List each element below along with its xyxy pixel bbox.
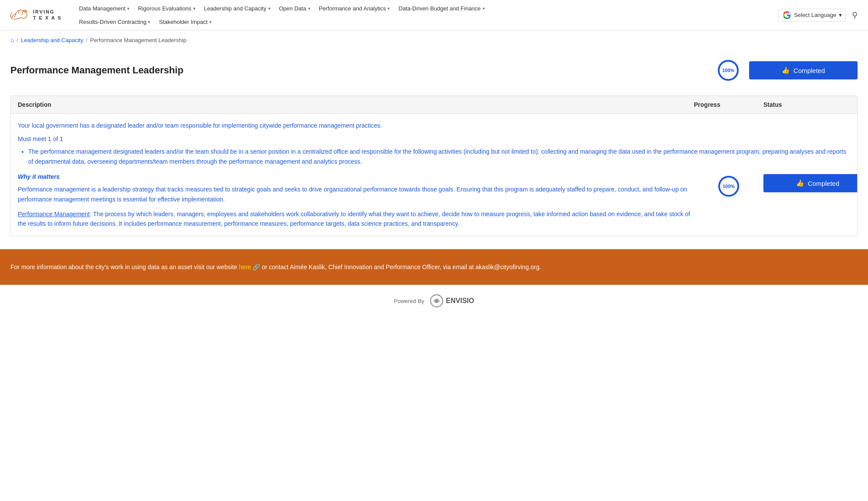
nav-bottom-row: Results-Driven Contracting ▾ Stakeholder… — [75, 15, 779, 29]
why-progress-cell: 100% — [694, 173, 763, 198]
breadcrumb-leadership[interactable]: Leadership and Capacity — [21, 37, 83, 43]
chevron-down-icon: ▾ — [148, 20, 150, 24]
footer-text-after: or contact Aimée Kaslik, Chief Innovatio… — [260, 264, 541, 270]
chevron-down-icon: ▾ — [388, 6, 390, 11]
envisio-icon — [430, 294, 444, 308]
chevron-down-icon: ▾ — [308, 6, 310, 11]
logo[interactable]: IRVING T E X A S — [9, 4, 62, 26]
progress-label: 100% — [722, 68, 734, 73]
svg-point-6 — [435, 300, 438, 302]
chevron-down-icon: ▾ — [193, 6, 195, 11]
breadcrumb-current: Performance Management Leadership — [90, 37, 187, 43]
site-header: IRVING T E X A S Data Management ▾ Rigor… — [0, 0, 868, 30]
nav-stakeholder-impact[interactable]: Stakeholder Impact ▾ — [155, 15, 216, 29]
content-table: Description Progress Status Your local g… — [10, 96, 858, 236]
nav-rigorous-evaluations[interactable]: Rigorous Evaluations ▾ — [134, 2, 200, 15]
completed-button[interactable]: 👍 Completed — [749, 61, 858, 79]
logo-text-irving: IRVING — [33, 9, 62, 15]
performance-def-body: : The process by which leaders, managers… — [18, 211, 690, 227]
thumbs-up-icon-2: 👍 — [796, 179, 804, 187]
col-status: Status — [763, 101, 850, 108]
performance-def-link[interactable]: Performance Management — [18, 211, 90, 218]
performance-definition: Performance Management: The process by w… — [18, 209, 694, 229]
nav-results-driven[interactable]: Results-Driven Contracting ▾ — [75, 15, 155, 29]
google-icon — [783, 11, 791, 20]
nav-data-driven-budget[interactable]: Data-Driven Budget and Finance ▾ — [394, 2, 489, 15]
list-item: The performance management designated le… — [28, 147, 850, 166]
language-selector[interactable]: Select Language ▾ — [779, 9, 846, 22]
nav-open-data[interactable]: Open Data ▾ — [275, 2, 315, 15]
footer-here-link[interactable]: here — [239, 264, 251, 270]
why-matters-content: Why it matters Performance management is… — [18, 173, 694, 229]
logo-icon — [9, 4, 30, 26]
col-progress: Progress — [694, 101, 763, 108]
navigation: Data Management ▾ Rigorous Evaluations ▾… — [75, 2, 779, 29]
search-icon[interactable]: ⚲ — [850, 9, 859, 22]
footer-text-before: For more information about the city's wo… — [10, 264, 239, 270]
thumbs-up-icon: 👍 — [782, 66, 790, 74]
breadcrumb-separator-2: / — [86, 37, 88, 43]
select-language-label: Select Language — [794, 12, 836, 18]
breadcrumb-separator: / — [16, 37, 18, 43]
header-right: Select Language ▾ ⚲ — [779, 9, 859, 22]
logo-text-texas: T E X A S — [33, 15, 62, 21]
breadcrumb: ⌂ / Leadership and Capacity / Performanc… — [0, 30, 868, 49]
home-icon: ⌂ — [10, 36, 14, 43]
chevron-down-icon: ▾ — [209, 20, 211, 24]
why-matters-body: Performance management is a leadership s… — [18, 185, 694, 204]
why-completed-label: Completed — [808, 180, 839, 187]
chevron-down-icon: ▾ — [127, 6, 129, 11]
table-body: Your local government has a designated l… — [11, 114, 857, 236]
footer-info: For more information about the city's wo… — [0, 249, 868, 285]
page-title: Performance Management Leadership — [10, 65, 707, 76]
table-header: Description Progress Status — [11, 96, 857, 114]
completed-label: Completed — [793, 67, 825, 74]
page-title-area: Performance Management Leadership 100% 👍… — [0, 49, 868, 96]
col-description: Description — [18, 101, 694, 108]
why-progress-circle: 100% — [717, 174, 741, 198]
chevron-down-icon: ▾ — [483, 6, 485, 11]
criteria-list: The performance management designated le… — [28, 147, 850, 166]
why-matters-title: Why it matters — [18, 173, 694, 180]
progress-circle: 100% — [716, 58, 740, 82]
nav-data-management[interactable]: Data Management ▾ — [75, 2, 134, 15]
description-text: Your local government has a designated l… — [18, 121, 850, 130]
why-status-cell: 👍 Completed — [763, 173, 850, 192]
nav-leadership-capacity[interactable]: Leadership and Capacity ▾ — [200, 2, 275, 15]
nav-performance-analytics[interactable]: Performance and Analytics ▾ — [315, 2, 395, 15]
language-dropdown-icon: ▾ — [839, 12, 842, 18]
why-completed-button[interactable]: 👍 Completed — [763, 174, 858, 192]
chevron-down-icon: ▾ — [268, 6, 270, 11]
envisio-logo: ENVISIO — [430, 294, 474, 308]
powered-by-text: Powered By — [394, 298, 424, 304]
envisio-text: ENVISIO — [446, 297, 474, 305]
why-matters-row: Why it matters Performance management is… — [18, 173, 850, 229]
nav-top-row: Data Management ▾ Rigorous Evaluations ▾… — [75, 2, 779, 15]
footer-bottom: Powered By ENVISIO — [0, 285, 868, 316]
must-meet-text: Must meet 1 of 1 — [18, 135, 850, 142]
why-progress-label: 100% — [723, 184, 735, 189]
